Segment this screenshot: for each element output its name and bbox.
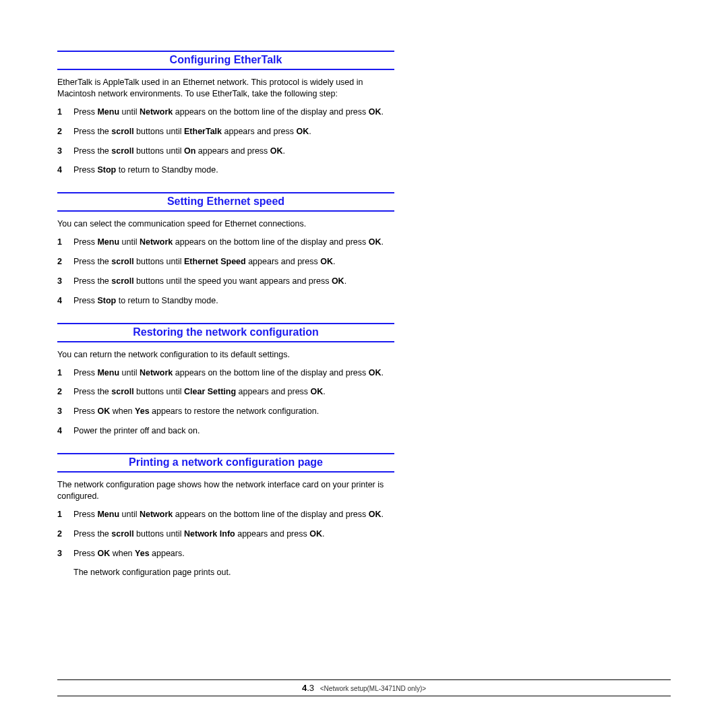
step-text: Press the scroll buttons until Clear Set… [73, 386, 394, 398]
section-title: Configuring EtherTalk [57, 51, 394, 70]
section-intro: The network configuration page shows how… [57, 479, 394, 502]
step-number: 2 [57, 528, 73, 540]
step-text: Press Menu until Network appears on the … [73, 509, 394, 520]
step-text: Press Menu until Network appears on the … [73, 237, 394, 248]
step: 4Press Stop to return to Standby mode. [57, 295, 394, 307]
step-number: 3 [57, 548, 73, 559]
step: 4Press Stop to return to Standby mode. [57, 164, 394, 176]
step-number: 3 [57, 406, 73, 417]
step-text: Press the scroll buttons until Network I… [73, 528, 394, 540]
section-intro: You can return the network configuration… [57, 349, 394, 361]
step: 2Press the scroll buttons until Network … [57, 528, 394, 540]
step-text: Press the scroll buttons until On appear… [73, 146, 394, 157]
step: 1Press Menu until Network appears on the… [57, 107, 394, 118]
section-title: Setting Ethernet speed [57, 192, 394, 212]
step-number: 2 [57, 256, 73, 268]
step-number: 4 [57, 295, 73, 307]
section: Printing a network configuration pageThe… [57, 453, 394, 578]
step: 2Press the scroll buttons until Clear Se… [57, 386, 394, 398]
step-number: 1 [57, 509, 73, 520]
step-number: 3 [57, 276, 73, 287]
section: Restoring the network configurationYou c… [57, 323, 394, 437]
step: 1Press Menu until Network appears on the… [57, 367, 394, 379]
step-number: 4 [57, 164, 73, 176]
step-number: 4 [57, 425, 73, 437]
step-text: Press OK when Yes appears. [73, 548, 394, 559]
step: 1Press Menu until Network appears on the… [57, 237, 394, 248]
footer-label: <Network setup(ML-3471ND only)> [320, 685, 426, 692]
page-footer: 4.3 <Network setup(ML-3471ND only)> [57, 679, 671, 696]
step-number: 1 [57, 237, 73, 248]
step: 3Press the scroll buttons until the spee… [57, 276, 394, 287]
step-text: Press Stop to return to Standby mode. [73, 295, 394, 307]
section-title: Restoring the network configuration [57, 323, 394, 342]
step: 3Press OK when Yes appears to restore th… [57, 406, 394, 417]
step-number: 2 [57, 386, 73, 398]
step-text: Press the scroll buttons until EtherTalk… [73, 126, 394, 138]
section-trailing-note: The network configuration page prints ou… [73, 567, 394, 578]
step: 3Press OK when Yes appears. [57, 548, 394, 559]
section: Configuring EtherTalkEtherTalk is AppleT… [57, 51, 394, 176]
step-text: Press Menu until Network appears on the … [73, 107, 394, 118]
step: 1Press Menu until Network appears on the… [57, 509, 394, 520]
step-number: 1 [57, 367, 73, 379]
step-number: 1 [57, 107, 73, 118]
step-text: Power the printer off and back on. [73, 425, 394, 437]
step: 2Press the scroll buttons until EtherTal… [57, 126, 394, 138]
step-number: 2 [57, 126, 73, 138]
step-text: Press OK when Yes appears to restore the… [73, 406, 394, 417]
step: 3Press the scroll buttons until On appea… [57, 146, 394, 157]
page-number: .3 [307, 683, 314, 693]
step-number: 3 [57, 146, 73, 157]
step-text: Press the scroll buttons until Ethernet … [73, 256, 394, 268]
step-text: Press Menu until Network appears on the … [73, 367, 394, 379]
section-intro: EtherTalk is AppleTalk used in an Ethern… [57, 77, 394, 100]
section-title: Printing a network configuration page [57, 453, 394, 473]
step-text: Press the scroll buttons until the speed… [73, 276, 394, 287]
step-text: Press Stop to return to Standby mode. [73, 164, 394, 176]
step: 4Power the printer off and back on. [57, 425, 394, 437]
section: Setting Ethernet speedYou can select the… [57, 192, 394, 306]
section-intro: You can select the communication speed f… [57, 218, 394, 230]
step: 2Press the scroll buttons until Ethernet… [57, 256, 394, 268]
